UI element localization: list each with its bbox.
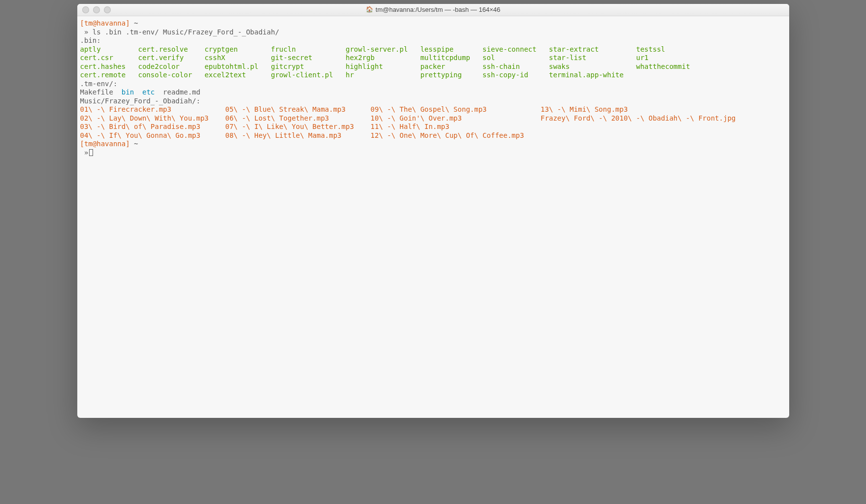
close-icon[interactable] bbox=[82, 6, 89, 13]
title-bar: 🏠 tm@havanna:/Users/tm — -bash — 164×46 bbox=[77, 4, 789, 16]
cursor bbox=[89, 149, 93, 156]
bin-file-row: cert.csr cert.verify csshX git-secret he… bbox=[80, 54, 786, 63]
minimize-icon[interactable] bbox=[93, 6, 100, 13]
prompt-line: [tm@havanna] ~ bbox=[80, 140, 786, 149]
bin-file-row: cert.hashes code2color epubtohtml.pl git… bbox=[80, 63, 786, 71]
terminal-window: 🏠 tm@havanna:/Users/tm — -bash — 164×46 … bbox=[77, 4, 789, 418]
command-line: » ls .bin .tm-env/ Music/Frazey_Ford_-_O… bbox=[80, 28, 786, 37]
traffic-lights bbox=[77, 6, 111, 13]
section-header-tmenv: .tm-env/: bbox=[80, 80, 786, 89]
music-file-row: 02\ -\ Lay\ Down\ With\ You.mp3 06\ -\ L… bbox=[80, 114, 786, 123]
window-title-text: tm@havanna:/Users/tm — -bash — 164×46 bbox=[376, 5, 500, 14]
prompt-cursor-line[interactable]: » bbox=[80, 149, 786, 158]
music-file-row: 04\ -\ If\ You\ Gonna\ Go.mp3 08\ -\ Hey… bbox=[80, 131, 786, 140]
bin-file-row: aptly cert.resolve cryptgen frucln growl… bbox=[80, 45, 786, 54]
home-icon: 🏠 bbox=[366, 5, 373, 14]
zoom-icon[interactable] bbox=[104, 6, 111, 13]
section-header-bin: .bin: bbox=[80, 36, 786, 45]
window-title: 🏠 tm@havanna:/Users/tm — -bash — 164×46 bbox=[77, 5, 789, 14]
bin-file-row: cert.remote console-color excel2text gro… bbox=[80, 71, 786, 80]
music-file-row: 03\ -\ Bird\ of\ Paradise.mp3 07\ -\ I\ … bbox=[80, 123, 786, 131]
section-header-music: Music/Frazey_Ford_-_Obadiah/: bbox=[80, 97, 786, 106]
prompt-line: [tm@havanna] ~ bbox=[80, 19, 786, 28]
tmenv-row: Makefile bin etc readme.md bbox=[80, 88, 786, 97]
music-file-row: 01\ -\ Firecracker.mp3 05\ -\ Blue\ Stre… bbox=[80, 105, 786, 114]
terminal-output[interactable]: [tm@havanna] ~ » ls .bin .tm-env/ Music/… bbox=[77, 16, 789, 418]
